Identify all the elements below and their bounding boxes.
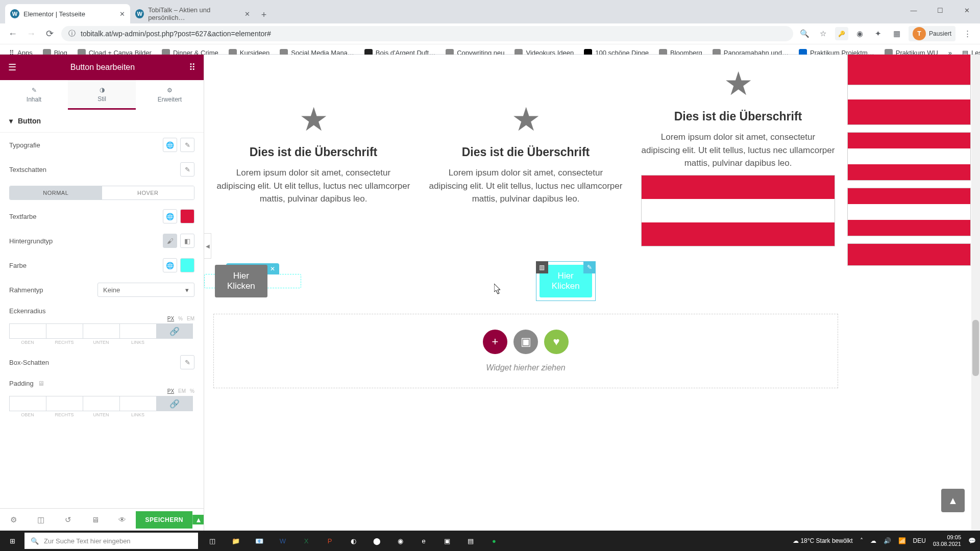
- menu-icon[interactable]: ⋮: [961, 27, 974, 40]
- volume-icon[interactable]: 🔊: [884, 537, 891, 544]
- icon-box[interactable]: ★ Dies ist die Überschrift Lorem ipsum d…: [211, 90, 415, 264]
- extensions-icon[interactable]: ✦: [872, 27, 885, 40]
- color-swatch[interactable]: [180, 209, 194, 223]
- unit-em[interactable]: EM: [178, 388, 186, 394]
- unit-pct[interactable]: %: [190, 388, 194, 394]
- padding-bottom[interactable]: [83, 396, 119, 411]
- start-button[interactable]: ⊞: [0, 537, 24, 545]
- profile-paused[interactable]: T Pausiert: [909, 26, 955, 41]
- radius-top[interactable]: [9, 323, 46, 339]
- weather-widget[interactable]: ☁ 18°C Stark bewölkt: [793, 537, 853, 544]
- flag-image[interactable]: [847, 132, 971, 181]
- button-widget[interactable]: Hier Klicken: [215, 265, 267, 297]
- flag-image[interactable]: [847, 243, 971, 266]
- scrollbar[interactable]: [971, 55, 980, 531]
- unit-px[interactable]: PX: [167, 388, 174, 394]
- padding-right[interactable]: [46, 396, 83, 411]
- flag-image[interactable]: [641, 175, 835, 246]
- notifications-icon[interactable]: 💬: [968, 537, 976, 544]
- icon-box[interactable]: ★ Dies ist die Überschrift Lorem ipsum d…: [636, 55, 840, 264]
- word-icon[interactable]: W: [272, 531, 294, 551]
- add-section[interactable]: + ▣ ♥ Widget hierher ziehen: [213, 314, 838, 388]
- globe-icon[interactable]: 🌐: [163, 258, 177, 272]
- unit-px[interactable]: PX: [167, 316, 174, 321]
- add-template-icon[interactable]: ▣: [513, 330, 538, 354]
- back-button[interactable]: ←: [6, 27, 19, 40]
- collapse-sidebar[interactable]: ◀: [204, 233, 211, 259]
- widgets-icon[interactable]: ⠿: [189, 62, 195, 73]
- flag-image[interactable]: [847, 188, 971, 236]
- tab-advanced[interactable]: ⚙ Erweitert: [136, 80, 204, 110]
- tray-chevron-icon[interactable]: ˄: [860, 537, 863, 544]
- button-section[interactable]: + ⠿ ▣ ✕ Hier Klicken ▥ ✎ Hier Klicken: [204, 274, 301, 288]
- preview-icon[interactable]: 👁: [109, 515, 136, 524]
- chrome-icon[interactable]: ◉: [389, 531, 411, 551]
- bordertype-select[interactable]: Keine▾: [97, 283, 194, 297]
- reload-button[interactable]: ⟳: [43, 27, 56, 40]
- tab-style[interactable]: ◑ Stil: [68, 80, 136, 110]
- responsive-icon[interactable]: 🖥: [82, 515, 109, 524]
- bg-classic-icon[interactable]: 🖌: [163, 234, 177, 248]
- radius-bottom[interactable]: [83, 323, 119, 339]
- language-indicator[interactable]: DEU: [913, 537, 926, 544]
- save-button[interactable]: SPEICHERN: [136, 511, 192, 529]
- wifi-icon[interactable]: 📶: [898, 537, 906, 544]
- obs-icon[interactable]: ⬤: [365, 531, 388, 551]
- back-to-top[interactable]: ▲: [941, 489, 965, 512]
- globe-icon[interactable]: 🌐: [163, 138, 177, 152]
- radius-right[interactable]: [46, 323, 83, 339]
- state-hover[interactable]: HOVER: [102, 186, 194, 199]
- add-favorite-icon[interactable]: ♥: [544, 330, 569, 354]
- new-tab-button[interactable]: +: [255, 6, 273, 23]
- section-button[interactable]: ▾ Button: [0, 110, 204, 133]
- powerpoint-icon[interactable]: P: [318, 531, 341, 551]
- state-normal[interactable]: NORMAL: [10, 186, 102, 199]
- radius-left[interactable]: [119, 323, 156, 339]
- close-icon[interactable]: ✕: [244, 10, 250, 18]
- close-window-icon[interactable]: ✕: [953, 0, 980, 20]
- navigator-icon[interactable]: ◫: [27, 515, 54, 524]
- extension-icon[interactable]: ▦: [890, 27, 903, 40]
- unit-em[interactable]: EM: [187, 316, 194, 321]
- edit-icon[interactable]: ✎: [180, 162, 194, 177]
- column[interactable]: Hier Klicken: [212, 262, 271, 300]
- history-icon[interactable]: ↺: [55, 515, 82, 524]
- padding-left[interactable]: [119, 396, 156, 411]
- globe-icon[interactable]: 🌐: [163, 209, 177, 223]
- zoom-icon[interactable]: 🔍: [798, 27, 812, 40]
- maximize-icon[interactable]: ☐: [927, 0, 953, 20]
- add-section-icon[interactable]: +: [483, 330, 507, 354]
- link-values-icon[interactable]: 🔗: [156, 323, 193, 339]
- explorer-icon[interactable]: 📁: [225, 531, 247, 551]
- tab-elementor[interactable]: W Elementor | Testseite ✕: [5, 4, 130, 23]
- save-dropdown[interactable]: ▴: [192, 515, 204, 524]
- edit-icon[interactable]: ✎: [180, 138, 194, 152]
- app-icon[interactable]: ▣: [436, 531, 458, 551]
- column-selected[interactable]: ▥ ✎ Hier Klicken: [536, 261, 596, 301]
- spotify-icon[interactable]: ●: [483, 531, 505, 551]
- close-icon[interactable]: ✕: [119, 10, 125, 18]
- edge-icon[interactable]: e: [412, 531, 435, 551]
- excel-icon[interactable]: X: [295, 531, 317, 551]
- responsive-icon[interactable]: 🖥: [38, 380, 44, 387]
- address-bar[interactable]: ⓘ tobitalk.at/wp-admin/post.php?post=627…: [61, 26, 793, 41]
- icon-box[interactable]: ★ Dies ist die Überschrift Lorem ipsum d…: [424, 90, 628, 264]
- menu-icon[interactable]: ☰: [8, 62, 16, 73]
- edit-widget-icon[interactable]: ✎: [583, 261, 596, 273]
- scrollbar-thumb[interactable]: [972, 320, 979, 376]
- mail-icon[interactable]: 📧: [248, 531, 271, 551]
- star-icon[interactable]: ☆: [817, 27, 830, 40]
- taskbar-search[interactable]: 🔍Zur Suche Text hier eingeben: [24, 533, 198, 549]
- flag-image[interactable]: [847, 55, 971, 85]
- tab-tobitalk[interactable]: W TobiTalk – Aktien und persönlich… ✕: [130, 4, 255, 23]
- padding-top[interactable]: [9, 396, 46, 411]
- settings-icon[interactable]: ⚙: [0, 515, 27, 524]
- clock[interactable]: 09:0503.08.2021: [933, 534, 961, 547]
- onedrive-icon[interactable]: ☁: [870, 537, 876, 544]
- tab-content[interactable]: ✎ Inhalt: [0, 80, 68, 110]
- extension-icon[interactable]: 🔑: [835, 27, 848, 40]
- app-icon[interactable]: ▤: [459, 531, 482, 551]
- bg-gradient-icon[interactable]: ◧: [180, 234, 194, 248]
- edit-icon[interactable]: ✎: [180, 355, 194, 369]
- unit-pct[interactable]: %: [178, 316, 183, 321]
